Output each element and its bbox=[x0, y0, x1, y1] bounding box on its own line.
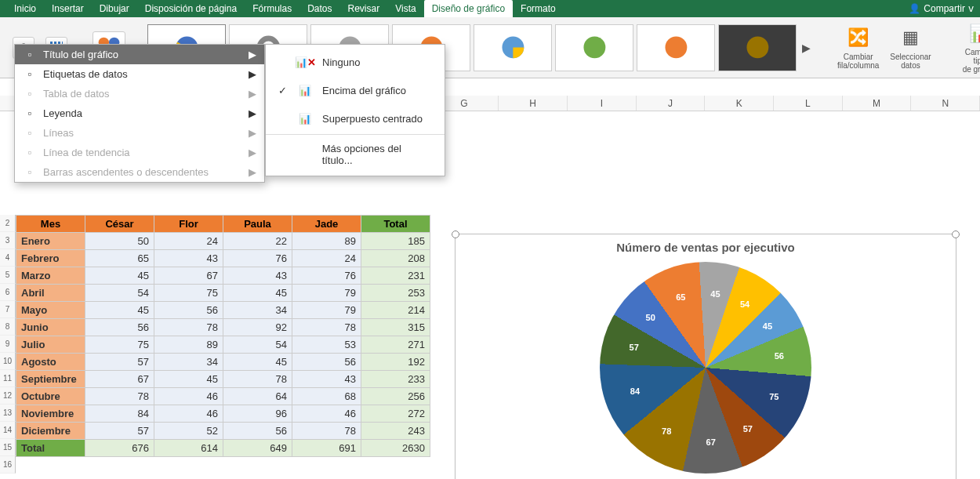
row-number[interactable]: 9 bbox=[0, 336, 16, 353]
table-row[interactable]: Diciembre57525678243 bbox=[16, 423, 430, 440]
table-row[interactable]: Junio56789278315 bbox=[16, 319, 430, 336]
chart-legend[interactable]: EneroFebreroMarzoAbrilMayoJunioJulioAgos… bbox=[456, 474, 956, 479]
table-cell[interactable]: 84 bbox=[85, 405, 154, 423]
menu-item-etiquetas-de-datos[interactable]: ▫Etiquetas de datos▶ bbox=[15, 64, 264, 84]
chart-title[interactable]: Número de ventas por ejecutivo bbox=[456, 241, 956, 254]
column-header-M[interactable]: M bbox=[843, 96, 912, 111]
switch-row-column-button[interactable]: 🔀 Cambiar fila/columna bbox=[834, 26, 882, 70]
column-header-J[interactable]: J bbox=[637, 96, 706, 111]
table-cell[interactable]: 57 bbox=[85, 423, 154, 440]
table-cell[interactable]: 45 bbox=[85, 302, 154, 319]
table-cell[interactable]: 67 bbox=[154, 267, 223, 285]
row-number[interactable]: 7 bbox=[0, 301, 16, 318]
table-cell[interactable]: 64 bbox=[223, 388, 292, 405]
row-number[interactable]: 15 bbox=[0, 439, 16, 456]
ribbon-tab-disposición-de-página[interactable]: Disposición de página bbox=[137, 0, 245, 17]
table-cell[interactable]: 68 bbox=[292, 388, 361, 405]
table-cell[interactable]: 56 bbox=[223, 423, 292, 440]
table-cell[interactable]: 78 bbox=[154, 319, 223, 336]
chart-style-7[interactable] bbox=[637, 24, 715, 71]
ribbon-tab-datos[interactable]: Datos bbox=[299, 0, 339, 17]
row-number[interactable]: 4 bbox=[0, 249, 16, 267]
table-cell[interactable]: 45 bbox=[223, 354, 292, 371]
table-cell[interactable]: 46 bbox=[154, 405, 223, 423]
table-cell[interactable]: 57 bbox=[85, 354, 154, 371]
table-cell[interactable]: 56 bbox=[85, 319, 154, 336]
menu-item-leyenda[interactable]: ▫Leyenda▶ bbox=[15, 103, 264, 123]
row-number[interactable]: 16 bbox=[0, 456, 16, 474]
table-cell[interactable]: 45 bbox=[85, 267, 154, 285]
chart-style-5[interactable] bbox=[474, 24, 552, 71]
table-cell[interactable]: 53 bbox=[292, 336, 361, 354]
row-number[interactable]: 11 bbox=[0, 370, 16, 387]
row-number[interactable]: 12 bbox=[0, 387, 16, 405]
column-header-H[interactable]: H bbox=[499, 96, 568, 111]
table-row[interactable]: Julio75895453271 bbox=[16, 336, 430, 354]
table-row[interactable]: Noviembre84469646272 bbox=[16, 405, 430, 423]
table-cell[interactable]: 43 bbox=[223, 267, 292, 285]
table-cell[interactable]: 76 bbox=[292, 267, 361, 285]
table-row[interactable]: Febrero65437624208 bbox=[16, 250, 430, 267]
column-header-K[interactable]: K bbox=[705, 96, 774, 111]
ribbon-tab-revisar[interactable]: Revisar bbox=[340, 0, 388, 17]
table-cell[interactable]: 56 bbox=[154, 302, 223, 319]
table-cell[interactable]: 54 bbox=[223, 336, 292, 354]
row-number[interactable]: 10 bbox=[0, 353, 16, 370]
ribbon-tab-insertar[interactable]: Insertar bbox=[44, 0, 92, 17]
table-cell[interactable]: 78 bbox=[85, 388, 154, 405]
column-header-N[interactable]: N bbox=[911, 96, 980, 111]
row-number[interactable]: 2 bbox=[0, 215, 16, 232]
ribbon-tab-fórmulas[interactable]: Fórmulas bbox=[245, 0, 299, 17]
row-number[interactable]: 5 bbox=[0, 267, 16, 284]
table-cell[interactable]: 54 bbox=[85, 285, 154, 302]
chart-style-6[interactable] bbox=[555, 24, 633, 71]
change-chart-type-button[interactable]: 📊 Cambiar tipo de gráfico bbox=[956, 21, 980, 74]
table-cell[interactable]: 52 bbox=[154, 423, 223, 440]
table-row[interactable]: Mayo45563479214 bbox=[16, 302, 430, 319]
table-total-row[interactable]: Total6766146496912630 bbox=[16, 440, 430, 457]
table-cell[interactable]: 96 bbox=[223, 405, 292, 423]
table-cell[interactable]: 50 bbox=[85, 233, 154, 250]
table-cell[interactable]: 43 bbox=[292, 371, 361, 388]
table-cell[interactable]: 75 bbox=[154, 285, 223, 302]
table-row[interactable]: Octubre78466468256 bbox=[16, 388, 430, 405]
table-cell[interactable]: 45 bbox=[154, 371, 223, 388]
table-cell[interactable]: 76 bbox=[223, 250, 292, 267]
chart-element-menu[interactable]: ▫Título del gráfico▶▫Etiquetas de datos▶… bbox=[14, 44, 265, 183]
ribbon-tab-vista[interactable]: Vista bbox=[387, 0, 423, 17]
submenu-item-ninguno[interactable]: 📊✕Ninguno bbox=[266, 48, 445, 76]
table-cell[interactable]: 34 bbox=[223, 302, 292, 319]
ribbon-tab-inicio[interactable]: Inicio bbox=[6, 0, 44, 17]
select-data-button[interactable]: ▦ Seleccionar datos bbox=[887, 26, 934, 70]
submenu-item-superpuesto-centrado[interactable]: 📊Superpuesto centrado bbox=[266, 104, 445, 132]
table-cell[interactable]: 79 bbox=[292, 302, 361, 319]
table-header-mes[interactable]: Mes bbox=[16, 216, 85, 233]
table-row[interactable]: Marzo45674376231 bbox=[16, 267, 430, 285]
table-row[interactable]: Septiembre67457843233 bbox=[16, 371, 430, 388]
table-cell[interactable]: 89 bbox=[154, 336, 223, 354]
row-number[interactable]: 6 bbox=[0, 284, 16, 301]
table-row[interactable]: Agosto57344556192 bbox=[16, 354, 430, 371]
ribbon-tab-formato[interactable]: Formato bbox=[513, 0, 564, 17]
table-cell[interactable]: 79 bbox=[292, 285, 361, 302]
submenu-item-encima-del-gráfico[interactable]: ✓📊Encima del gráfico bbox=[266, 76, 445, 104]
pie-plot[interactable]: 506545544556755767788457 bbox=[600, 262, 811, 474]
chart-style-8[interactable] bbox=[718, 24, 797, 71]
table-header-total[interactable]: Total bbox=[361, 216, 430, 233]
table-cell[interactable]: 89 bbox=[292, 233, 361, 250]
row-number[interactable]: 14 bbox=[0, 422, 16, 439]
menu-item-título-del-gráfico[interactable]: ▫Título del gráfico▶ bbox=[15, 45, 264, 64]
table-header-césar[interactable]: César bbox=[85, 216, 154, 233]
table-cell[interactable]: 67 bbox=[85, 371, 154, 388]
share-button[interactable]: 👤 Compartir ⅴ bbox=[909, 3, 974, 14]
ribbon-tab-dibujar[interactable]: Dibujar bbox=[92, 0, 137, 17]
table-cell[interactable]: 78 bbox=[223, 371, 292, 388]
table-row[interactable]: Enero50242289185 bbox=[16, 233, 430, 250]
data-table[interactable]: MesCésarFlorPaulaJadeTotalEnero502422891… bbox=[16, 215, 430, 457]
chart-title-submenu[interactable]: 📊✕Ninguno✓📊Encima del gráfico📊Superpuest… bbox=[265, 44, 445, 176]
pie-chart[interactable]: Número de ventas por ejecutivo 506545544… bbox=[455, 234, 956, 479]
styles-next-button[interactable]: ▶ bbox=[800, 32, 812, 64]
row-number[interactable]: 3 bbox=[0, 232, 16, 249]
table-header-flor[interactable]: Flor bbox=[154, 216, 223, 233]
table-cell[interactable]: 24 bbox=[292, 250, 361, 267]
